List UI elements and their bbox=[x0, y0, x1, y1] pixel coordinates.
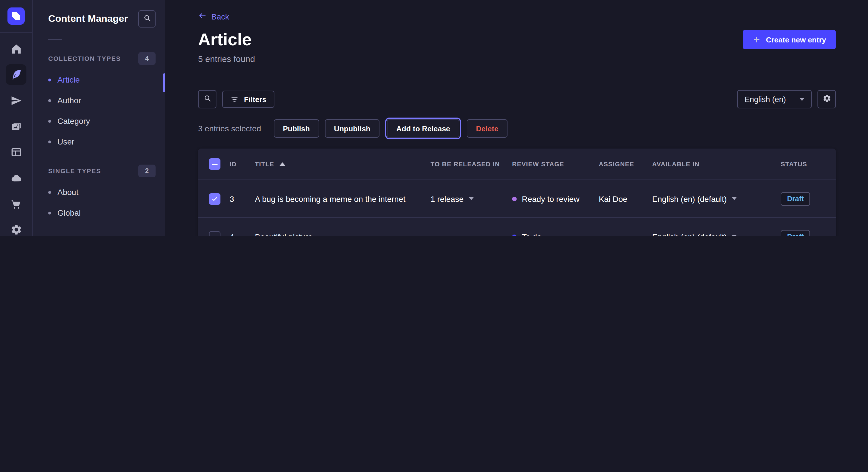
strapi-logo-icon bbox=[7, 7, 25, 25]
status-badge: Draft bbox=[781, 192, 810, 206]
table-row[interactable]: 3 A bug is becoming a meme on the intern… bbox=[198, 179, 836, 217]
unpublish-button[interactable]: Unpublish bbox=[324, 119, 379, 138]
content-type-builder-icon[interactable] bbox=[6, 142, 26, 162]
entry-release[interactable]: 1 release bbox=[431, 194, 512, 203]
arrow-left-icon bbox=[198, 11, 207, 22]
stage-dot-icon bbox=[512, 234, 517, 236]
strapi-admin: KD Content Manager COLLECTION TYPES 4 Ar… bbox=[0, 0, 868, 236]
chevron-down-icon bbox=[732, 197, 737, 200]
bullet-icon bbox=[48, 191, 51, 194]
strapi-logo[interactable] bbox=[0, 0, 32, 33]
column-header-review-stage[interactable]: REVIEW STAGE bbox=[512, 161, 599, 167]
bullet-icon bbox=[48, 99, 51, 102]
section-count-badge: 4 bbox=[138, 52, 156, 65]
column-header-id[interactable]: ID bbox=[229, 161, 255, 167]
entry-available-in[interactable]: English (en) (default) bbox=[652, 194, 781, 203]
sidebar-divider bbox=[48, 39, 62, 40]
settings-icon[interactable] bbox=[6, 219, 26, 236]
bullet-icon bbox=[48, 140, 51, 143]
entry-release[interactable]: - bbox=[431, 232, 512, 236]
sidebar-item-author[interactable]: Author bbox=[33, 90, 165, 111]
gear-icon bbox=[823, 94, 831, 105]
sidebar-item-user[interactable]: User bbox=[33, 131, 165, 152]
back-link[interactable]: Back bbox=[198, 11, 229, 22]
bullet-icon bbox=[48, 120, 51, 123]
sidebar-item-article[interactable]: Article bbox=[33, 69, 165, 90]
select-all-checkbox[interactable] bbox=[209, 158, 220, 170]
collection-types-section: COLLECTION TYPES 4 Article Author Catego… bbox=[33, 52, 165, 152]
marketplace-icon[interactable] bbox=[6, 193, 26, 214]
section-label: COLLECTION TYPES bbox=[48, 55, 121, 62]
column-header-status[interactable]: STATUS bbox=[781, 161, 836, 167]
section-label: SINGLE TYPES bbox=[48, 167, 101, 174]
selection-summary: 3 entries selected bbox=[198, 124, 261, 133]
plus-icon bbox=[753, 36, 761, 43]
publish-button[interactable]: Publish bbox=[274, 119, 319, 138]
status-badge: Draft bbox=[781, 230, 810, 236]
column-header-assignee[interactable]: ASSIGNEE bbox=[599, 161, 652, 167]
nav-rail: KD bbox=[0, 0, 33, 236]
search-icon bbox=[143, 13, 151, 24]
entry-title: Beautiful picture bbox=[255, 232, 431, 236]
section-count-badge: 2 bbox=[138, 165, 156, 177]
entry-available-in[interactable]: English (en) (default) bbox=[652, 232, 781, 236]
entry-review-stage: Ready to review bbox=[512, 194, 599, 203]
entry-assignee: Kai Doe bbox=[599, 194, 652, 203]
filter-icon bbox=[230, 95, 239, 103]
sidebar-search-button[interactable] bbox=[138, 10, 156, 28]
search-entries-button[interactable] bbox=[198, 90, 216, 108]
sidebar-title: Content Manager bbox=[48, 13, 128, 25]
search-icon bbox=[203, 94, 212, 105]
content-manager-sidebar: Content Manager COLLECTION TYPES 4 Artic… bbox=[33, 0, 165, 236]
stage-dot-icon bbox=[512, 196, 517, 201]
column-header-available-in[interactable]: AVAILABLE IN bbox=[652, 161, 781, 167]
table-header-row: ID TITLE TO BE RELEASED IN REVIEW STAGE … bbox=[198, 148, 836, 179]
sort-asc-icon bbox=[279, 162, 285, 166]
table-row[interactable]: 4 Beautiful picture - To do - English (e… bbox=[198, 217, 836, 236]
check-icon bbox=[211, 195, 218, 202]
row-checkbox[interactable] bbox=[209, 193, 220, 204]
chevron-down-icon bbox=[800, 98, 804, 101]
column-header-release[interactable]: TO BE RELEASED IN bbox=[431, 161, 512, 167]
entry-assignee: - bbox=[599, 232, 652, 236]
chevron-down-icon bbox=[732, 235, 737, 236]
single-types-section: SINGLE TYPES 2 About Global bbox=[33, 165, 165, 223]
delete-button[interactable]: Delete bbox=[467, 119, 507, 138]
column-header-title[interactable]: TITLE bbox=[255, 161, 431, 167]
sidebar-item-global[interactable]: Global bbox=[33, 202, 165, 223]
active-item-indicator bbox=[163, 73, 165, 92]
bullet-icon bbox=[48, 211, 51, 214]
bullet-icon bbox=[48, 78, 51, 81]
add-to-release-button[interactable]: Add to Release bbox=[387, 119, 459, 138]
chevron-down-icon bbox=[469, 197, 473, 200]
filters-button[interactable]: Filters bbox=[222, 91, 274, 108]
home-icon[interactable] bbox=[6, 38, 26, 59]
main-content: Back Article Create new entry 5 entries … bbox=[165, 0, 868, 236]
cloud-icon[interactable] bbox=[6, 167, 26, 188]
locale-select[interactable]: English (en) bbox=[737, 90, 812, 108]
entry-id: 3 bbox=[229, 194, 255, 203]
entry-review-stage: To do bbox=[512, 232, 599, 236]
releases-icon[interactable] bbox=[6, 90, 26, 111]
entries-table: ID TITLE TO BE RELEASED IN REVIEW STAGE … bbox=[198, 148, 836, 236]
sidebar-item-category[interactable]: Category bbox=[33, 111, 165, 131]
content-manager-icon[interactable] bbox=[6, 64, 26, 85]
media-library-icon[interactable] bbox=[6, 116, 26, 136]
table-settings-button[interactable] bbox=[817, 90, 836, 108]
page-title: Article bbox=[198, 30, 252, 49]
entries-count: 5 entries found bbox=[198, 54, 836, 64]
add-to-release-focus-ring: Add to Release bbox=[385, 117, 461, 139]
row-checkbox[interactable] bbox=[209, 231, 220, 236]
create-new-entry-button[interactable]: Create new entry bbox=[743, 30, 836, 49]
entry-title: A bug is becoming a meme on the internet bbox=[255, 194, 431, 203]
sidebar-item-about[interactable]: About bbox=[33, 182, 165, 202]
entry-id: 4 bbox=[229, 232, 255, 236]
